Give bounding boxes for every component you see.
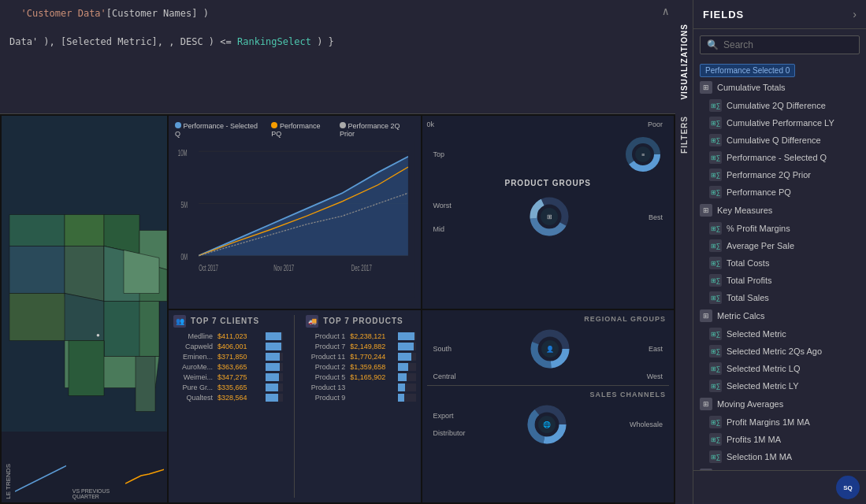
field-performance-selected-q[interactable]: ⊞∑ Performance - Selected Q — [697, 149, 863, 166]
clients-bar-capweld: Capweld $406,001 — [173, 343, 283, 350]
map-panel: ● LE TRENDS VS PREVIOUS QUARTER — [2, 116, 167, 502]
south-label: South — [433, 345, 452, 353]
svg-text:≡: ≡ — [641, 152, 645, 158]
minimize-button[interactable]: ∧ — [663, 5, 669, 17]
svg-text:⊞: ⊞ — [547, 213, 552, 220]
clients-bar-puregr: Pure Gr... $335,665 — [173, 384, 283, 391]
fields-header: FIELDS › — [693, 0, 866, 29]
line-chart-svg: 10M 5M 0M Oct 2017 Nov 2017 Dec 2017 — [175, 141, 414, 298]
group-metric-calcs[interactable]: ⊞ Metric Calcs — [697, 306, 863, 325]
field-performance-pq[interactable]: ⊞∑ Performance PQ — [697, 183, 863, 201]
svg-text:●: ● — [96, 332, 100, 339]
donut-chart-1: ≡ — [623, 135, 663, 174]
field-icon-7: ⊞∑ — [709, 222, 722, 235]
field-total-sales[interactable]: ⊞∑ Total Sales — [697, 289, 863, 306]
code-editor: 'Customer Data'[Customer Names] ) Data' … — [0, 0, 675, 114]
legend-item-2q-prior: Performance 2Q Prior — [340, 122, 414, 138]
svg-marker-4 — [9, 246, 65, 294]
field-icon-9: ⊞∑ — [709, 257, 722, 269]
field-profits-ma[interactable]: ⊞∑ Profits 1M MA — [697, 431, 863, 448]
fields-search-box[interactable]: 🔍 — [700, 35, 860, 54]
fields-panel: FIELDS › 🔍 Performance Selected 0 ⊞ Cumu… — [693, 0, 866, 504]
export-label: Export — [433, 412, 466, 420]
svg-text:5M: 5M — [181, 200, 188, 209]
products-bar-p13: Product 13 — [306, 384, 415, 391]
field-profit-margins[interactable]: ⊞∑ % Profit Margins — [697, 220, 863, 237]
svg-marker-12 — [139, 302, 159, 357]
field-total-costs[interactable]: ⊞∑ Total Costs — [697, 254, 863, 272]
east-label: East — [649, 345, 663, 353]
field-cumulative-q-diff[interactable]: ⊞∑ Cumulative Q Difference — [697, 132, 863, 149]
field-icon-12: ⊞∑ — [709, 328, 722, 340]
svg-text:🌐: 🌐 — [543, 421, 551, 428]
field-icon-10: ⊞∑ — [709, 274, 722, 287]
field-icon-8: ⊞∑ — [709, 239, 722, 252]
group-cumulative-totals[interactable]: ⊞ Cumulative Totals — [697, 78, 863, 97]
sidebar-tabs: VISUALIZATIONS FILTERS — [675, 0, 693, 504]
svg-text:Oct 2017: Oct 2017 — [199, 264, 218, 273]
field-icon-17: ⊞∑ — [709, 433, 722, 446]
field-performance-2q-prior[interactable]: ⊞∑ Performance 2Q Prior — [697, 166, 863, 183]
legend-dot-pq — [271, 122, 277, 128]
field-icon-3: ⊞∑ — [709, 134, 722, 146]
group-icon-moving-avg: ⊞ — [700, 398, 712, 410]
sales-channels: SALES CHANNELS Export Distributor 🌐 — [427, 391, 670, 448]
svg-marker-2 — [65, 215, 104, 246]
field-icon-1: ⊞∑ — [709, 99, 722, 112]
legend-dot-2q-prior — [340, 122, 346, 128]
field-avg-per-sale[interactable]: ⊞∑ Average Per Sale — [697, 237, 863, 254]
main-content: 'Customer Data'[Customer Names] ) Data' … — [0, 0, 675, 504]
clients-bar-medline: Medline $411,023 — [173, 332, 283, 340]
fields-footer: SQ — [693, 470, 866, 504]
dashboard: ● LE TRENDS VS PREVIOUS QUARTER — [0, 114, 675, 504]
group-moving-averages[interactable]: ⊞ Moving Averages — [697, 395, 863, 413]
regional-sales-panel: REGIONAL GROUPS South 👤 — [422, 310, 675, 503]
svg-point-18 — [106, 339, 110, 343]
svg-text:👥: 👥 — [176, 317, 185, 326]
svg-marker-16 — [124, 250, 159, 294]
field-selection-ma[interactable]: ⊞∑ Selection 1M MA — [697, 448, 863, 465]
ok-label: 0k — [427, 120, 435, 128]
sales-channels-title: SALES CHANNELS — [427, 391, 670, 398]
product-groups-title: PRODUCT GROUPS — [427, 179, 670, 187]
wholesale-label: Wholesale — [630, 421, 663, 428]
products-bar-p11: Product 11 $1,770,244 — [306, 353, 415, 361]
group-icon-metric-calcs: ⊞ — [700, 309, 712, 322]
field-icon-4: ⊞∑ — [709, 151, 722, 164]
field-selected-metric[interactable]: ⊞∑ Selected Metric — [697, 325, 863, 343]
donut-chart-regional: 👤 — [529, 328, 572, 371]
field-profit-margins-ma[interactable]: ⊞∑ Profit Margins 1M MA — [697, 413, 863, 431]
code-line-2 — [9, 20, 666, 35]
top-label: Top — [433, 150, 445, 158]
field-cumulative-perf-ly[interactable]: ⊞∑ Cumulative Performance LY — [697, 114, 863, 132]
regional-groups: REGIONAL GROUPS South 👤 — [427, 315, 670, 380]
field-total-profits[interactable]: ⊞∑ Total Profits — [697, 272, 863, 289]
performance-selected-badge: Performance Selected 0 — [693, 61, 866, 78]
regional-sales-divider — [427, 385, 670, 386]
field-icon-13: ⊞∑ — [709, 345, 722, 358]
clients-bar-qualtest: Qualtest $328,564 — [173, 394, 283, 402]
clients-bar-aurome: AuroMe... $363,665 — [173, 363, 283, 371]
svg-text:Dec 2017: Dec 2017 — [351, 264, 372, 273]
regional-groups-title: REGIONAL GROUPS — [427, 315, 670, 323]
tab-filters[interactable]: FILTERS — [677, 108, 692, 161]
code-line-1: 'Customer Data'[Customer Names] ) — [9, 6, 666, 20]
search-input[interactable] — [723, 39, 853, 50]
svg-text:🚚: 🚚 — [308, 317, 318, 326]
group-icon-key-measures: ⊞ — [700, 204, 712, 217]
fields-collapse-button[interactable]: › — [853, 8, 857, 20]
group-key-measures[interactable]: ⊞ Key Measures — [697, 201, 863, 220]
legend-item-pq: Performance PQ — [271, 122, 330, 138]
products-bar-p5: Product 5 $1,165,902 — [306, 373, 415, 381]
line-chart-panel: Performance - Selected Q Performance PQ … — [169, 116, 421, 309]
worst-label: Worst — [433, 202, 452, 209]
field-selected-metric-2qs[interactable]: ⊞∑ Selected Metric 2Qs Ago — [697, 343, 863, 360]
field-cumulative-2q-diff[interactable]: ⊞∑ Cumulative 2Q Difference — [697, 97, 863, 114]
field-selected-metric-ly[interactable]: ⊞∑ Selected Metric LY — [697, 377, 863, 395]
field-selected-metric-lq[interactable]: ⊞∑ Selected Metric LQ — [697, 360, 863, 377]
field-icon-5: ⊞∑ — [709, 169, 722, 181]
best-label: Best — [649, 213, 663, 221]
top7-clients-title: TOP 7 CLIENTS — [191, 317, 259, 325]
trend-sparkline-left — [15, 452, 66, 499]
tab-visualizations[interactable]: VISUALIZATIONS — [677, 16, 692, 108]
